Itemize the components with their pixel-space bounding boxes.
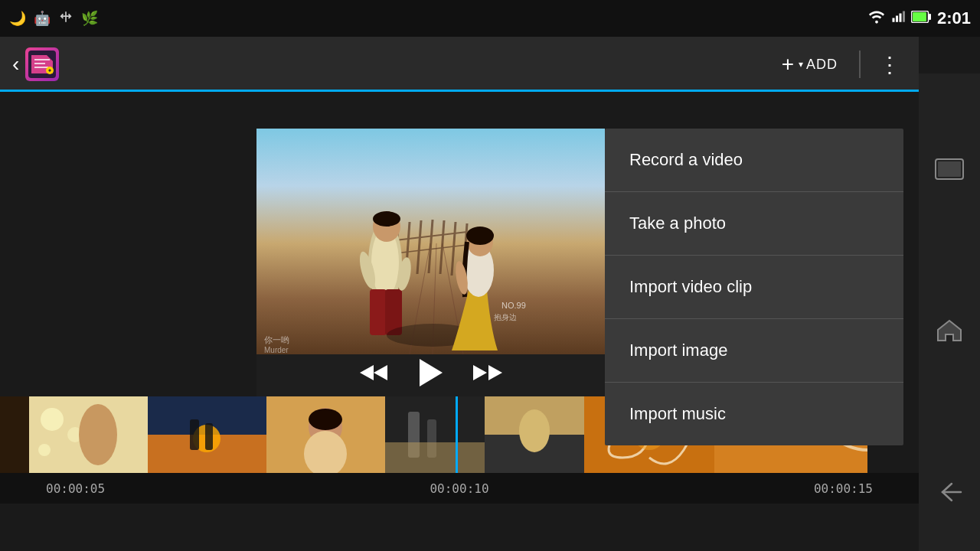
svg-rect-61 <box>205 423 213 450</box>
svg-marker-51 <box>488 365 502 380</box>
timeline-thumb-6 <box>485 396 584 473</box>
svg-text:抱身边: 抱身边 <box>494 313 517 321</box>
svg-marker-49 <box>420 359 443 386</box>
timecode-bar: 00:00:05 00:00:10 00:00:15 <box>0 473 919 504</box>
svg-rect-14 <box>938 161 961 177</box>
record-video-item[interactable]: Record a video <box>605 129 903 192</box>
svg-point-55 <box>38 444 51 456</box>
toolbar: ‹ + ▾ ADD ⋮ <box>0 37 919 92</box>
battery-icon <box>911 11 931 27</box>
svg-text:Murder: Murder <box>264 346 289 354</box>
toolbar-divider <box>859 51 861 78</box>
timeline-thumb-3 <box>148 396 266 473</box>
app-logo <box>25 47 59 81</box>
status-bar: 🌙 🤖 🌿 2:01 <box>0 0 980 37</box>
svg-rect-0 <box>892 18 894 21</box>
right-sidebar <box>919 73 980 551</box>
signal-icon <box>891 10 905 28</box>
timeline-thumb-4 <box>266 396 385 473</box>
svg-rect-6 <box>913 12 926 21</box>
usb-icon <box>58 9 74 28</box>
robot-icon: 🤖 <box>34 10 51 27</box>
dropdown-menu: Record a video Take a photo Import video… <box>605 129 903 445</box>
svg-rect-2 <box>899 13 901 21</box>
svg-rect-5 <box>929 14 931 20</box>
back-nav-button[interactable] <box>930 473 969 511</box>
home-nav-button[interactable] <box>930 311 969 350</box>
svg-point-41 <box>466 227 494 245</box>
add-triangle: ▾ <box>799 59 803 70</box>
wifi-icon <box>868 10 885 28</box>
svg-rect-69 <box>385 442 485 473</box>
add-button[interactable]: + ▾ ADD <box>773 47 847 81</box>
fastforward-button[interactable] <box>473 361 504 390</box>
svg-point-64 <box>309 409 342 430</box>
svg-point-56 <box>79 404 117 465</box>
playback-controls <box>256 354 605 396</box>
svg-marker-47 <box>360 365 374 380</box>
toolbar-accent <box>0 90 919 92</box>
timecode-left: 00:00:05 <box>46 481 105 496</box>
add-label: ADD <box>806 57 838 73</box>
plus-icon: + <box>782 52 794 77</box>
svg-rect-3 <box>903 11 905 21</box>
video-preview: NO.99 抱身边 你一哟 Murder <box>256 129 605 354</box>
timeline-thumb-5 <box>385 396 485 473</box>
leaf-icon: 🌿 <box>81 10 98 27</box>
moon-icon: 🌙 <box>9 10 26 27</box>
import-music-item[interactable]: Import music <box>605 383 903 445</box>
svg-text:NO.99: NO.99 <box>501 301 526 310</box>
take-photo-item[interactable]: Take a photo <box>605 192 903 256</box>
timecode-right: 00:00:15 <box>814 481 873 496</box>
status-time: 2:01 <box>937 8 971 28</box>
svg-marker-50 <box>473 365 487 380</box>
svg-rect-1 <box>896 15 898 21</box>
landscape-nav-button[interactable] <box>930 150 969 188</box>
timeline-thumb-2 <box>29 396 148 473</box>
import-image-item[interactable]: Import image <box>605 319 903 383</box>
svg-rect-34 <box>370 289 387 335</box>
more-button[interactable]: ⋮ <box>873 49 906 80</box>
timeline-thumb-1 <box>0 396 29 473</box>
svg-rect-60 <box>190 419 199 450</box>
import-video-item[interactable]: Import video clip <box>605 256 903 319</box>
timecode-center: 00:00:10 <box>430 481 488 496</box>
back-button[interactable]: ‹ <box>12 52 19 77</box>
svg-point-53 <box>41 408 64 431</box>
play-button[interactable] <box>420 359 443 393</box>
playhead <box>456 396 458 473</box>
svg-text:你一哟: 你一哟 <box>264 335 289 344</box>
svg-rect-15 <box>256 129 605 243</box>
svg-marker-48 <box>374 365 387 380</box>
rewind-button[interactable] <box>358 361 389 390</box>
svg-point-33 <box>373 211 400 227</box>
svg-point-72 <box>519 409 550 452</box>
video-scene: NO.99 抱身边 你一哟 Murder <box>256 129 605 354</box>
